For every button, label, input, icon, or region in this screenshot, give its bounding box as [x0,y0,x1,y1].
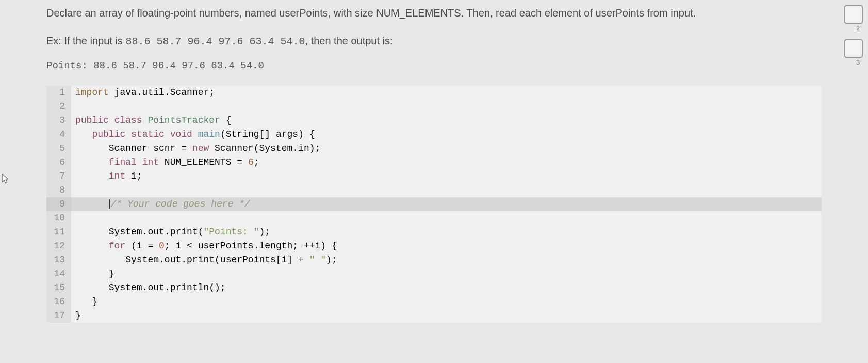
side-box-label: 2 [856,25,860,32]
line-number: 13 [46,253,71,267]
code-text: final int NUM_ELEMENTS = 6; [71,155,822,169]
code-text: /* Your code goes here */ [71,197,822,211]
code-line-4[interactable]: 4 public static void main(String[] args)… [46,128,822,141]
line-number: 3 [46,114,71,128]
line-number: 8 [46,183,71,197]
code-text: public static void main(String[] args) { [71,128,822,141]
line-number: 4 [46,128,71,141]
code-text: int i; [71,169,822,183]
line-number: 5 [46,141,71,155]
code-line-10[interactable]: 10 [46,211,822,225]
code-line-11[interactable]: 11 System.out.print("Points: "); [46,225,822,239]
code-line-9[interactable]: 9 /* Your code goes here */ [46,197,822,211]
example-input: 88.6 58.7 96.4 97.6 63.4 54.0 [125,36,305,48]
code-editor[interactable]: 1 import java.util.Scanner; 2 3 public c… [46,86,822,323]
code-line-12[interactable]: 12 for (i = 0; i < userPoints.length; ++… [46,239,822,253]
code-text: } [71,309,822,323]
code-text: System.out.print(userPoints[i] + " "); [71,253,822,267]
problem-description: Declare an array of floating-point numbe… [46,5,822,21]
code-text: System.out.println(); [71,281,822,295]
line-number: 17 [46,309,71,323]
code-text: Scanner scnr = new Scanner(System.in); [71,141,822,155]
code-text: System.out.print("Points: "); [71,225,822,239]
line-number: 9 [46,197,71,211]
code-line-5[interactable]: 5 Scanner scnr = new Scanner(System.in); [46,141,822,155]
code-line-2[interactable]: 2 [46,100,822,114]
code-text: } [71,295,822,309]
code-line-7[interactable]: 7 int i; [46,169,822,183]
line-number: 14 [46,267,71,281]
line-number: 12 [46,239,71,253]
example-prefix: Ex: If the input is [46,35,125,46]
line-number: 15 [46,281,71,295]
line-number: 11 [46,225,71,239]
code-line-3[interactable]: 3 public class PointsTracker { [46,114,822,128]
line-number: 7 [46,169,71,183]
side-controls: 2 3 [844,5,863,58]
side-box-2[interactable]: 2 [844,5,863,24]
line-number: 6 [46,155,71,169]
code-text: public class PointsTracker { [71,114,822,128]
side-box-label: 3 [856,59,860,66]
side-box-3[interactable]: 3 [844,39,863,58]
example-line: Ex: If the input is 88.6 58.7 96.4 97.6 … [46,33,822,50]
expected-output: Points: 88.6 58.7 96.4 97.6 63.4 54.0 [46,60,822,71]
code-line-14[interactable]: 14 } [46,267,822,281]
code-line-8[interactable]: 8 [46,183,822,197]
code-text: import java.util.Scanner; [71,86,822,100]
code-text: for (i = 0; i < userPoints.length; ++i) … [71,239,822,253]
code-line-17[interactable]: 17 } [46,309,822,323]
example-suffix: , then the output is: [305,35,392,46]
code-line-15[interactable]: 15 System.out.println(); [46,281,822,295]
line-number: 16 [46,295,71,309]
line-number: 2 [46,100,71,114]
line-number: 10 [46,211,71,225]
line-number: 1 [46,86,71,100]
code-line-6[interactable]: 6 final int NUM_ELEMENTS = 6; [46,155,822,169]
code-line-1[interactable]: 1 import java.util.Scanner; [46,86,822,100]
code-line-16[interactable]: 16 } [46,295,822,309]
code-line-13[interactable]: 13 System.out.print(userPoints[i] + " ")… [46,253,822,267]
code-text: } [71,267,822,281]
